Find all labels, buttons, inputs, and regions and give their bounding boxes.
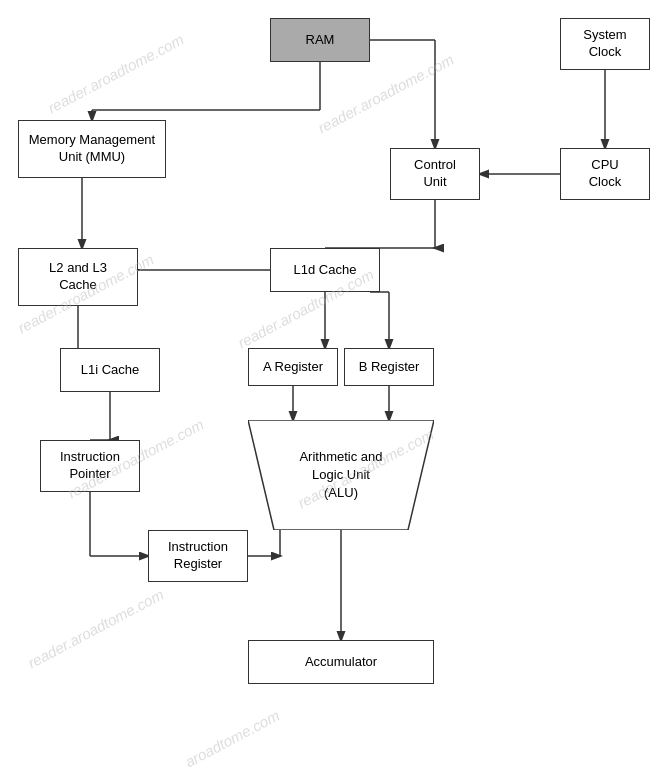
- mmu-label: Memory ManagementUnit (MMU): [29, 132, 155, 166]
- mmu-box: Memory ManagementUnit (MMU): [18, 120, 166, 178]
- cpu-clock-box: CPUClock: [560, 148, 650, 200]
- l1i-box: L1i Cache: [60, 348, 160, 392]
- instruction-pointer-box: InstructionPointer: [40, 440, 140, 492]
- ram-label: RAM: [306, 32, 335, 49]
- a-register-label: A Register: [263, 359, 323, 376]
- watermark-7: reader.aroadtome.com: [25, 586, 166, 672]
- alu-label: Arithmetic andLogic Unit(ALU): [299, 448, 382, 503]
- ram-box: RAM: [270, 18, 370, 62]
- l2l3-label: L2 and L3Cache: [49, 260, 107, 294]
- l1d-label: L1d Cache: [294, 262, 357, 279]
- system-clock-box: SystemClock: [560, 18, 650, 70]
- alu-box: Arithmetic andLogic Unit(ALU): [248, 420, 434, 530]
- a-register-box: A Register: [248, 348, 338, 386]
- cpu-clock-label: CPUClock: [589, 157, 622, 191]
- control-unit-label: ControlUnit: [414, 157, 456, 191]
- instruction-register-box: InstructionRegister: [148, 530, 248, 582]
- b-register-box: B Register: [344, 348, 434, 386]
- l1i-label: L1i Cache: [81, 362, 140, 379]
- b-register-label: B Register: [359, 359, 420, 376]
- instruction-pointer-label: InstructionPointer: [60, 449, 120, 483]
- control-unit-box: ControlUnit: [390, 148, 480, 200]
- watermark-2: reader.aroadtome.com: [315, 51, 456, 137]
- diagram-container: RAM SystemClock Memory ManagementUnit (M…: [0, 0, 672, 781]
- l1d-box: L1d Cache: [270, 248, 380, 292]
- system-clock-label: SystemClock: [583, 27, 626, 61]
- watermark-1: reader.aroadtome.com: [45, 31, 186, 117]
- l2l3-box: L2 and L3Cache: [18, 248, 138, 306]
- accumulator-label: Accumulator: [305, 654, 377, 671]
- accumulator-box: Accumulator: [248, 640, 434, 684]
- watermark-8: aroadtome.com: [182, 707, 282, 771]
- instruction-register-label: InstructionRegister: [168, 539, 228, 573]
